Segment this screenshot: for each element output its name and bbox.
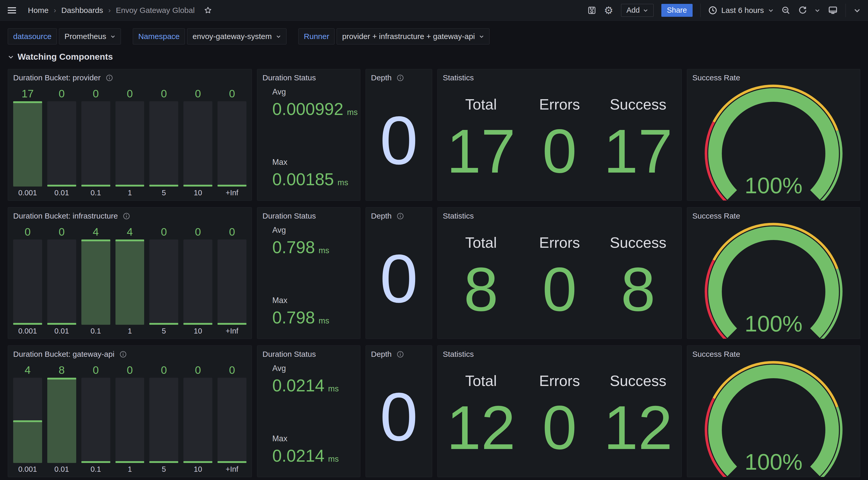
star-icon[interactable] xyxy=(204,6,212,15)
save-icon[interactable] xyxy=(587,6,596,15)
bar xyxy=(82,101,110,186)
refresh-icon[interactable] xyxy=(798,6,807,15)
breadcrumb-separator: › xyxy=(108,6,111,14)
time-range-picker[interactable]: Last 6 hours xyxy=(708,6,774,15)
info-icon[interactable] xyxy=(397,213,404,219)
stat-label: Avg xyxy=(272,364,355,373)
bar xyxy=(183,239,212,325)
bar-value-label: 4 xyxy=(13,363,42,378)
max-stat: Max 0.0214 ms xyxy=(272,434,355,466)
gauge-value: 100% xyxy=(745,311,803,336)
datasource-dropdown[interactable]: Prometheus xyxy=(59,28,121,44)
bar-category-label: 5 xyxy=(149,186,178,199)
filter-label: datasource xyxy=(8,28,57,44)
add-button[interactable]: Add xyxy=(621,4,654,17)
gauge: 100% xyxy=(687,222,860,339)
bar-fill xyxy=(183,185,212,186)
bar-value-label: 0 xyxy=(218,363,246,378)
refresh-interval-chevron-icon[interactable] xyxy=(814,7,820,13)
bar-category-label: 0.1 xyxy=(82,186,110,199)
chevron-down-icon xyxy=(276,34,281,39)
share-button[interactable]: Share xyxy=(661,4,692,17)
stat-label: Avg xyxy=(272,226,355,235)
row-watching-components[interactable]: Watching Components xyxy=(8,52,860,62)
bar xyxy=(183,378,212,463)
bar xyxy=(116,378,145,463)
panel-header: Statistics xyxy=(438,346,681,360)
breadcrumb-home[interactable]: Home xyxy=(28,6,49,15)
bar xyxy=(13,239,42,325)
bar-fill xyxy=(116,461,145,463)
stat-label: Total xyxy=(465,234,497,251)
stat-column: Total17 xyxy=(442,84,520,190)
bar-fill xyxy=(47,185,76,186)
panel-title: Statistics xyxy=(443,212,474,220)
bar-column: 40.001 xyxy=(10,363,45,475)
namespace-dropdown[interactable]: envoy-gateway-system xyxy=(187,28,286,44)
bar-value-label: 0 xyxy=(183,86,212,101)
stat-column: Errors0 xyxy=(520,84,599,190)
stat-unit: ms xyxy=(318,316,329,326)
panel-statistics: Statistics Total17Errors0Success17 xyxy=(437,69,682,201)
breadcrumb-dashboards[interactable]: Dashboards xyxy=(61,6,103,15)
panel-header: Success Rate xyxy=(687,207,860,222)
depth-value: 0 xyxy=(380,244,418,313)
stat-label: Success xyxy=(610,234,666,251)
bar-value-label: 0 xyxy=(218,224,246,239)
bar-fill xyxy=(218,461,246,463)
stat-label: Errors xyxy=(539,234,580,251)
stat-column: Success8 xyxy=(599,222,677,328)
filter-label: Runner xyxy=(299,28,335,44)
stat-label: Max xyxy=(272,296,355,305)
bar-fill xyxy=(218,185,246,186)
panel-title: Duration Bucket: infrastructure xyxy=(13,212,118,220)
panel-duration-status: Duration Status Avg 0.000992 ms Max 0.00… xyxy=(257,69,361,201)
chevron-down-icon xyxy=(8,54,14,60)
info-icon[interactable] xyxy=(106,74,113,81)
bar-value-label: 0 xyxy=(149,363,178,378)
bar-column: 05 xyxy=(147,86,181,199)
stat-column: Success12 xyxy=(599,360,677,467)
time-range-label: Last 6 hours xyxy=(721,6,764,15)
stat-label: Avg xyxy=(272,87,355,97)
panel-duration-status: Duration Status Avg 0.0214 ms Max 0.0214… xyxy=(257,346,361,477)
panel-duration-status: Duration Status Avg 0.798 ms Max 0.798 m… xyxy=(257,207,361,339)
bar xyxy=(218,239,246,325)
stat-value: 12 xyxy=(447,398,516,457)
panel-depth: Depth 0 xyxy=(366,69,432,201)
stat-value: 8 xyxy=(464,260,498,319)
stat-label: Total xyxy=(465,96,497,113)
dashboard-grid: Duration Bucket: provider 170.00100.0100… xyxy=(0,69,868,477)
panel-depth: Depth 0 xyxy=(366,207,432,339)
bar-value-label: 17 xyxy=(13,86,42,101)
panel-title: Duration Bucket: gateway-api xyxy=(13,350,115,359)
gear-icon[interactable]: ⚙ xyxy=(604,5,613,16)
panel-header: Depth xyxy=(366,346,432,360)
info-icon[interactable] xyxy=(397,351,404,358)
breadcrumb: Home › Dashboards › Envoy Gateway Global xyxy=(28,6,195,15)
bar-column: 010 xyxy=(181,86,215,199)
bar-column: 00.1 xyxy=(79,363,113,475)
panel-header: Statistics xyxy=(438,207,681,222)
nav-right: ⚙ Add Share Last 6 hours xyxy=(587,4,861,17)
panel-title: Depth xyxy=(371,212,392,220)
info-icon[interactable] xyxy=(120,351,127,358)
monitor-icon[interactable] xyxy=(828,5,838,15)
bar-category-label: 0.001 xyxy=(13,325,42,337)
bar-fill xyxy=(13,101,42,186)
bar-fill xyxy=(218,323,246,325)
panel-header: Statistics xyxy=(438,69,681,84)
info-icon[interactable] xyxy=(123,213,130,219)
bar-category-label: +Inf xyxy=(218,186,246,199)
runner-dropdown[interactable]: provider + infrastructure + gateway-api xyxy=(337,28,490,44)
bar-category-label: 0.01 xyxy=(47,325,76,337)
panel-title: Duration Status xyxy=(262,73,316,82)
bar-fill xyxy=(116,185,145,186)
info-icon[interactable] xyxy=(397,74,404,81)
collapse-topbar-chevron-icon[interactable] xyxy=(854,7,861,14)
zoom-out-icon[interactable] xyxy=(781,6,790,15)
bar-value-label: 0 xyxy=(82,86,110,101)
stat-value: 17 xyxy=(604,122,673,181)
bar-gauge: 00.00100.0140.141050100+Inf xyxy=(8,222,252,339)
menu-icon[interactable] xyxy=(7,6,17,14)
